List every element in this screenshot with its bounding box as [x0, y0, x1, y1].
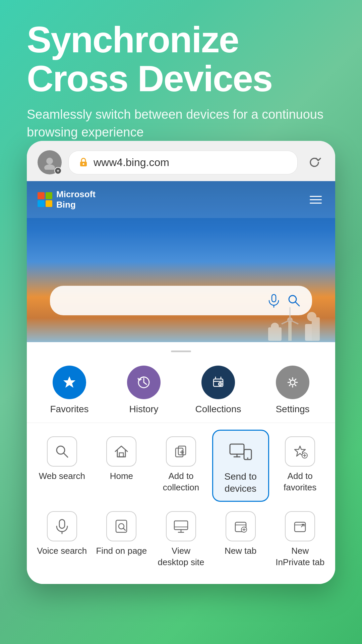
url-bar[interactable]: www4.bing.com: [68, 151, 298, 174]
hamburger-line-1: [310, 196, 322, 197]
find-page-label: Find on page: [96, 545, 147, 557]
grid-home[interactable]: Home: [93, 430, 150, 502]
inprivate-icon: [291, 518, 309, 535]
svg-rect-58: [295, 522, 305, 532]
bing-header: Microsoft Bing: [27, 181, 335, 218]
send-devices-label: Send to devices: [216, 471, 265, 495]
svg-point-39: [247, 458, 248, 459]
bottom-sheet: Favorites History: [27, 342, 335, 584]
logo-sq-blue: [38, 200, 45, 207]
site-security-icon: [78, 157, 89, 168]
new-tab-label: New tab: [225, 545, 256, 557]
home-icon: [113, 443, 130, 460]
hero-section: Synchronize Cross Devices Seamlessly swi…: [27, 20, 335, 141]
svg-point-1: [44, 164, 55, 170]
top-actions-row: Favorites History: [27, 359, 335, 423]
favorites-circle: [53, 366, 86, 399]
hero-subtitle: Seamlessly switch between devices for a …: [27, 106, 335, 141]
action-history[interactable]: History: [117, 366, 171, 415]
web-search-icon: [53, 443, 71, 460]
grid-actions: Web search Home: [27, 423, 335, 584]
star-icon: [60, 373, 79, 392]
bing-text: Bing: [56, 200, 96, 210]
microsoft-logo: [38, 192, 52, 207]
grid-new-inprivate[interactable]: New InPrivate tab: [272, 504, 328, 575]
profile-button[interactable]: [38, 150, 62, 174]
svg-rect-44: [59, 520, 65, 528]
voice-search-icon-box: [47, 511, 77, 541]
bing-logo: Microsoft Bing: [38, 189, 96, 210]
bing-search-input[interactable]: [61, 294, 261, 307]
browser-mockup: www4.bing.com Microsoft Bing: [27, 141, 335, 584]
action-favorites[interactable]: Favorites: [43, 366, 96, 415]
find-page-icon: [113, 518, 130, 535]
svg-rect-30: [119, 453, 123, 457]
send-devices-icon-box: [226, 436, 256, 467]
microsoft-text: Microsoft: [56, 189, 96, 200]
grid-new-tab[interactable]: New tab: [212, 504, 269, 575]
add-favorites-icon-box: [285, 436, 315, 467]
web-search-label: Web search: [39, 471, 85, 482]
home-icon-box: [106, 436, 136, 467]
desktop-label: View desktop site: [155, 545, 207, 568]
mic-icon: [53, 518, 71, 535]
bing-name-block: Microsoft Bing: [56, 189, 96, 210]
address-bar-area: www4.bing.com: [27, 141, 335, 181]
svg-line-48: [123, 528, 125, 530]
collections-icon: [209, 373, 228, 392]
svg-point-15: [307, 312, 316, 321]
grid-voice-search[interactable]: Voice search: [34, 504, 90, 575]
favorites-label: Favorites: [50, 404, 88, 415]
home-label: Home: [110, 471, 133, 482]
desktop-icon: [172, 518, 190, 535]
grid-add-to-favorites[interactable]: Add to favorites: [272, 430, 328, 502]
svg-marker-18: [63, 376, 75, 388]
new-tab-icon-box: [226, 511, 256, 541]
action-settings[interactable]: Settings: [266, 366, 319, 415]
action-collections[interactable]: Collections: [191, 366, 245, 415]
url-text: www4.bing.com: [94, 156, 288, 169]
refresh-button[interactable]: [304, 152, 324, 172]
add-favorites-label: Add to favorites: [274, 471, 326, 493]
web-search-icon-box: [47, 436, 77, 467]
logo-sq-yellow: [46, 200, 53, 207]
grid-find-on-page[interactable]: Find on page: [93, 504, 150, 575]
add-collection-label: Add to collection: [155, 471, 207, 493]
profile-avatar-icon: [42, 155, 57, 170]
hamburger-line-3: [310, 203, 322, 204]
history-label: History: [129, 404, 158, 415]
grid-add-to-collection[interactable]: Add to collection: [153, 430, 209, 502]
drag-handle: [171, 351, 191, 352]
find-page-icon-box: [106, 511, 136, 541]
grid-web-search[interactable]: Web search: [34, 430, 90, 502]
settings-icon: [283, 373, 302, 392]
sheet-handle-area: [27, 342, 335, 359]
grid-row-2: Voice search Find on page: [32, 504, 330, 575]
add-favorites-icon: [291, 443, 309, 460]
scenic-illustration: [255, 297, 328, 342]
hamburger-menu[interactable]: [307, 193, 324, 206]
profile-add-badge: [54, 167, 62, 174]
history-circle: [127, 366, 161, 399]
send-devices-icon: [227, 438, 254, 465]
hero-title: Synchronize Cross Devices: [27, 20, 335, 98]
svg-rect-8: [288, 321, 292, 341]
settings-label: Settings: [276, 404, 309, 415]
collections-circle: [201, 366, 235, 399]
inprivate-label: New InPrivate tab: [274, 545, 326, 568]
collections-label: Collections: [195, 404, 241, 415]
add-collection-icon: [172, 443, 190, 460]
grid-send-to-devices[interactable]: Send to devices: [212, 430, 269, 502]
hamburger-line-2: [310, 199, 322, 200]
svg-point-3: [83, 163, 84, 165]
add-collection-icon-box: [166, 436, 196, 467]
inprivate-icon-box: [285, 511, 315, 541]
voice-search-label: Voice search: [37, 545, 87, 557]
grid-row-1: Web search Home: [32, 430, 330, 502]
svg-rect-35: [230, 444, 244, 454]
svg-point-17: [271, 323, 279, 331]
svg-point-27: [290, 380, 295, 385]
grid-view-desktop[interactable]: View desktop site: [153, 504, 209, 575]
refresh-icon: [306, 154, 323, 171]
settings-circle: [276, 366, 309, 399]
